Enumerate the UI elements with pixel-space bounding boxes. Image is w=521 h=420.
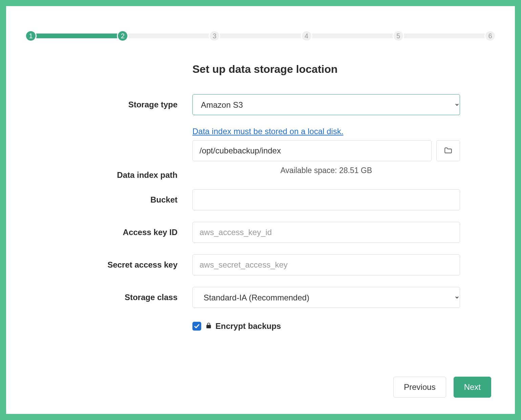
storage-form: Storage type Amazon S3 Data index path D… — [23, 94, 498, 331]
encrypt-backups-toggle[interactable]: Encrypt backups — [192, 321, 460, 331]
wizard-footer: Previous Next — [393, 377, 491, 398]
lock-icon — [205, 321, 212, 331]
step-progress: 1 2 3 4 5 6 — [25, 29, 496, 43]
checkbox-checked-icon — [192, 322, 201, 331]
previous-button[interactable]: Previous — [393, 377, 446, 398]
page-title: Set up data storage location — [192, 63, 498, 76]
wizard-frame: 1 2 3 4 5 6 Set up data storage location… — [0, 0, 521, 420]
storage-class-label: Storage class — [23, 293, 192, 302]
storage-type-label: Storage type — [23, 100, 192, 109]
step-5[interactable]: 5 — [393, 30, 404, 42]
storage-class-select[interactable]: Standard-IA (Recommended) — [192, 287, 460, 308]
next-button[interactable]: Next — [454, 377, 491, 398]
step-3[interactable]: 3 — [209, 30, 220, 42]
bucket-label: Bucket — [23, 195, 192, 205]
secret-access-key-label: Secret access key — [23, 260, 192, 270]
storage-type-select[interactable]: Amazon S3 — [192, 94, 460, 115]
data-index-path-input[interactable] — [192, 140, 432, 161]
step-2[interactable]: 2 — [117, 30, 128, 42]
index-path-hint-link[interactable]: Data index must be stored on a local dis… — [192, 127, 460, 136]
access-key-id-label: Access key ID — [23, 228, 192, 237]
bucket-input[interactable] — [192, 189, 460, 210]
step-6[interactable]: 6 — [484, 30, 496, 42]
access-key-id-input[interactable] — [192, 222, 460, 243]
step-1[interactable]: 1 — [25, 30, 37, 42]
step-4[interactable]: 4 — [301, 30, 312, 42]
data-index-path-label: Data index path — [23, 170, 192, 185]
available-space-text: Available space: 28.51 GB — [192, 166, 460, 175]
secret-access-key-input[interactable] — [192, 254, 460, 275]
encrypt-backups-label: Encrypt backups — [215, 321, 281, 331]
browse-folder-button[interactable] — [436, 140, 460, 161]
folder-icon — [444, 146, 453, 156]
